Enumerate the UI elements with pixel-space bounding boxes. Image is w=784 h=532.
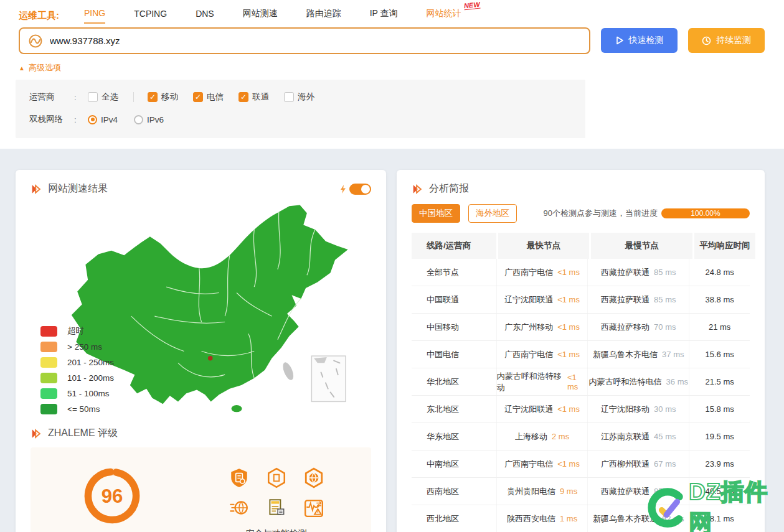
slowest-cell: 西藏拉萨联通85 ms <box>587 259 689 286</box>
table-row: 东北地区 辽宁沈阳联通<1 ms 辽宁沈阳移动30 ms 15.8 ms <box>412 396 750 423</box>
taiwan-island <box>281 361 295 381</box>
nav-item[interactable]: TCPING <box>134 9 167 23</box>
security-label: 安全与功能检测 <box>246 528 307 532</box>
nav-item[interactable]: 网站统计NEW <box>427 8 461 24</box>
ipv4-radio[interactable]: IPv4 <box>88 115 118 124</box>
legend-item: 201 - 250ms <box>40 357 114 368</box>
shield-document-icon <box>229 467 250 488</box>
table-body: 全部节点 广西南宁电信<1 ms 西藏拉萨联通85 ms 24.8 ms 中国联… <box>412 259 750 532</box>
table-row: 中国移动 广东广州移动<1 ms 西藏拉萨移动70 ms 21 ms <box>412 314 750 341</box>
table-row: 华北地区 内蒙古呼和浩特移动<1 ms 内蒙古呼和浩特电信36 ms 21.5 … <box>412 368 750 396</box>
fastest-cell: 广西南宁电信<1 ms <box>496 341 588 368</box>
quick-test-button[interactable]: 快速检测 <box>601 28 678 53</box>
isp-checkbox[interactable]: 海外 <box>284 91 314 103</box>
slowest-cell: 广西柳州联通67 ms <box>587 450 689 477</box>
tab-china-region[interactable]: 中国地区 <box>412 204 460 223</box>
avg-cell: 15.8 ms <box>689 396 750 422</box>
slowest-cell: 新疆乌鲁木齐联通62 ms <box>587 505 689 532</box>
fastest-cell: 贵州贵阳电信9 ms <box>496 478 588 505</box>
legend-item: > 250 ms <box>40 342 114 352</box>
continuous-monitor-button[interactable]: 持续监测 <box>688 28 765 53</box>
south-china-sea-inset <box>311 356 346 401</box>
double-chevron-icon <box>31 428 42 439</box>
table-header: 线路/运营商 最快节点 最慢节点 平均响应时间 <box>412 233 750 259</box>
line-cell: 全部节点 <box>412 259 496 286</box>
isp-checkbox[interactable]: 移动 <box>148 91 178 103</box>
document-list-icon <box>266 497 287 518</box>
isp-label: 运营商 <box>29 91 74 103</box>
legend-item: 101 - 200ms <box>40 373 114 383</box>
isp-options: 全选 移动 电信 联通 海外 <box>88 91 329 103</box>
table-row: 华东地区 上海移动2 ms 江苏南京联通45 ms 19.5 ms <box>412 423 750 450</box>
fastest-cell: 内蒙古呼和浩特移动<1 ms <box>496 368 588 395</box>
fastest-cell: 广西南宁电信<1 ms <box>496 259 588 286</box>
slowest-cell: 西藏拉萨联通85 ms <box>587 286 689 313</box>
map-marker-dot <box>208 356 213 361</box>
nav-item[interactable]: 网站测速 <box>243 8 278 24</box>
clock-icon <box>702 36 711 45</box>
slowest-cell: 辽宁沈阳移动30 ms <box>587 396 689 422</box>
line-cell: 中国移动 <box>412 314 496 340</box>
url-input[interactable] <box>50 35 580 46</box>
fastest-cell: 广西南宁电信<1 ms <box>496 450 588 477</box>
avg-cell: 15.6 ms <box>689 341 750 368</box>
line-cell: 华北地区 <box>412 368 496 395</box>
fastest-cell: 辽宁沈阳联通<1 ms <box>496 286 588 313</box>
radio-icon <box>88 115 97 124</box>
rating-panel: 96 综合评分 <box>31 447 371 532</box>
search-row: 快速检测 持续监测 <box>19 27 765 54</box>
advanced-options-toggle[interactable]: ▲ 高级选项 <box>19 62 765 73</box>
ipv6-radio[interactable]: IPv6 <box>134 115 164 124</box>
table-row: 全部节点 广西南宁电信<1 ms 西藏拉萨联通85 ms 24.8 ms <box>412 259 750 286</box>
col-header-avg: 平均响应时间 <box>694 233 755 259</box>
slowest-cell: 内蒙古呼和浩特电信36 ms <box>587 368 689 395</box>
line-cell: 中国电信 <box>412 341 496 368</box>
fastest-cell: 上海移动2 ms <box>496 423 588 450</box>
checkbox-icon <box>239 92 248 102</box>
hexagon-globe-icon <box>303 467 324 488</box>
map-legend: 超时 > 250 ms 201 - 250ms 101 - 20 <box>40 325 114 414</box>
line-cell: 西北地区 <box>412 505 496 532</box>
legend-swatch <box>40 342 57 352</box>
score-value: 96 <box>102 485 123 507</box>
double-chevron-icon <box>31 184 42 195</box>
avg-cell: 40.5 ms <box>689 478 750 505</box>
legend-swatch <box>40 326 57 337</box>
nav-item[interactable]: IP 查询 <box>370 8 398 24</box>
main-area: 网站测速结果 <box>0 149 784 532</box>
table-row: 中南地区 广西南宁电信<1 ms 广西柳州联通67 ms 23.9 ms <box>412 450 750 478</box>
hexagon-box-icon <box>266 467 287 488</box>
col-header-fastest: 最快节点 <box>498 233 590 259</box>
slowest-cell: 西藏拉萨联通85 ms <box>587 478 689 505</box>
avg-cell: 28.1 ms <box>689 505 750 532</box>
nav-item[interactable]: 路由追踪 <box>306 8 341 24</box>
nav-item[interactable]: DNS <box>196 9 214 23</box>
nav-item[interactable]: PING <box>84 8 105 24</box>
legend-item: 超时 <box>40 325 114 337</box>
avg-cell: 24.8 ms <box>689 259 750 286</box>
avg-cell: 23.9 ms <box>689 450 750 477</box>
isp-checkbox[interactable]: 联通 <box>239 91 269 103</box>
line-cell: 东北地区 <box>412 396 496 422</box>
map-toggle-switch[interactable] <box>349 184 371 195</box>
legend-swatch <box>40 357 57 368</box>
fastest-cell: 陕西西安电信1 ms <box>496 505 588 532</box>
slowest-cell: 西藏拉萨移动70 ms <box>587 314 689 340</box>
avg-cell: 21 ms <box>689 314 750 340</box>
isp-row: 运营商 : 全选 移动 电信 <box>29 89 572 105</box>
tab-overseas-region[interactable]: 海外地区 <box>468 204 517 223</box>
col-header-line: 线路/运营商 <box>412 233 496 259</box>
new-badge: NEW <box>463 0 480 10</box>
table-row: 中国电信 广西南宁电信<1 ms 新疆乌鲁木齐电信37 ms 15.6 ms <box>412 341 750 368</box>
analysis-report-card: 分析简报 中国地区 海外地区 90个检测点参与测速，当前进度 100.00% 线… <box>397 170 765 532</box>
stack-label: 双栈网络 <box>29 114 74 125</box>
brand-label: 运维工具: <box>19 10 59 22</box>
isp-checkbox[interactable]: 全选 <box>88 91 118 103</box>
legend-item: 51 - 100ms <box>40 388 114 399</box>
globe-arrows-icon <box>229 497 250 518</box>
legend-item: <= 50ms <box>40 404 114 414</box>
progress-bar: 100.00% <box>661 208 750 218</box>
line-cell: 华东地区 <box>412 423 496 450</box>
stack-row: 双栈网络 : IPv4 IPv6 <box>29 111 572 128</box>
isp-checkbox[interactable]: 电信 <box>193 91 224 103</box>
